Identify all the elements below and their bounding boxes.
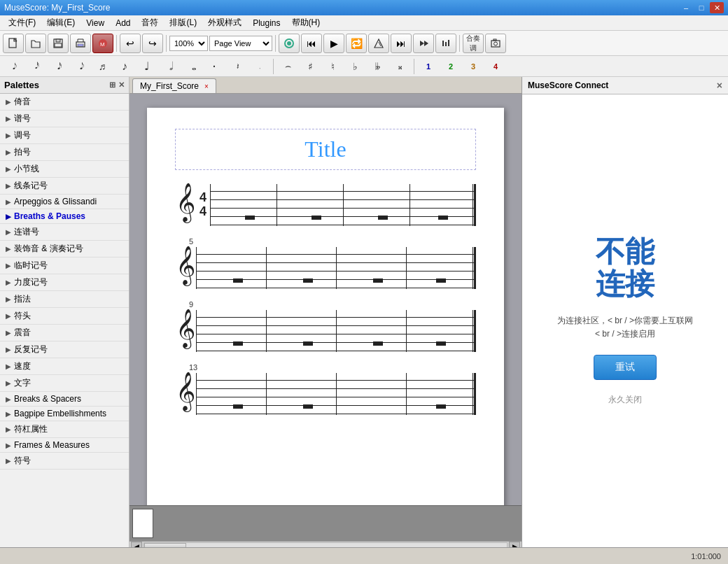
palette-item-beam[interactable]: ▶符杠属性 bbox=[0, 421, 129, 438]
menu-style[interactable]: 外观样式 bbox=[202, 15, 247, 30]
doublesharp-btn[interactable]: 𝄪 bbox=[390, 57, 410, 76]
new-button[interactable] bbox=[3, 34, 24, 53]
palette-item-time[interactable]: ▶拍号 bbox=[0, 144, 129, 161]
voice4-btn[interactable]: 4 bbox=[486, 57, 505, 76]
score-scrollbar[interactable]: ◀ ▶ bbox=[130, 541, 522, 547]
scroll-right[interactable]: ▶ bbox=[509, 542, 520, 547]
rest-btn[interactable]: 𝄽 bbox=[227, 57, 246, 76]
palette-add-icon[interactable]: ⊞ bbox=[109, 80, 115, 90]
key-change-button[interactable]: 合奏调 bbox=[463, 34, 484, 53]
whole-rest bbox=[303, 404, 313, 409]
augdot-btn[interactable]: 𝅭 bbox=[249, 57, 269, 76]
palette-item-dynamics[interactable]: ▶力度记号 bbox=[0, 274, 129, 291]
doubleflat-btn[interactable]: 𝄫 bbox=[368, 57, 387, 76]
menu-plugins[interactable]: Plugins bbox=[247, 17, 286, 29]
never-mind-link[interactable]: 永久关闭 bbox=[608, 394, 642, 406]
sharp-btn[interactable]: ♯ bbox=[300, 57, 320, 76]
voice2-btn[interactable]: 2 bbox=[441, 57, 461, 76]
tab-close-btn[interactable]: × bbox=[204, 83, 209, 90]
dur-16-btn[interactable]: ♬ bbox=[92, 57, 112, 76]
screenshot-button[interactable] bbox=[485, 34, 506, 53]
menu-file[interactable]: 文件(F) bbox=[3, 15, 41, 30]
undo-button[interactable]: ↩ bbox=[120, 34, 141, 53]
dur-64-btn[interactable]: 𝅘𝅥𝅯 bbox=[48, 57, 67, 76]
palette-item-breaks[interactable]: ▶Breaks & Spacers bbox=[0, 392, 129, 407]
dur-4-btn[interactable]: ♩ bbox=[137, 57, 157, 76]
dur-2-btn[interactable]: 𝅗𝅥 bbox=[160, 57, 179, 76]
staff-system-4: 13 𝄞 bbox=[175, 373, 476, 415]
separator4 bbox=[459, 35, 460, 52]
scroll-thumb[interactable] bbox=[144, 543, 186, 547]
flat-btn[interactable]: ♭ bbox=[345, 57, 365, 76]
dur-8-btn[interactable]: ♪ bbox=[115, 57, 134, 76]
menu-edit[interactable]: 编辑(E) bbox=[41, 15, 80, 30]
rewind-button[interactable]: ⏭ bbox=[391, 34, 412, 53]
palette-item-noteheads[interactable]: ▶符头 bbox=[0, 308, 129, 325]
minimize-button[interactable]: – bbox=[679, 2, 693, 13]
start-button[interactable]: ⏮ bbox=[301, 34, 322, 53]
palette-close-icon[interactable]: ✕ bbox=[118, 80, 125, 90]
whole-rest bbox=[233, 341, 243, 346]
dur-1-btn[interactable]: 𝅝 bbox=[182, 57, 202, 76]
palette-item-breaths[interactable]: ▶Breaths & Pauses bbox=[0, 209, 129, 224]
menu-note[interactable]: 音符 bbox=[136, 15, 164, 30]
palette-item-tremolo[interactable]: ▶震音 bbox=[0, 325, 129, 341]
score-tab[interactable]: My_First_Score × bbox=[132, 78, 216, 93]
final-barline bbox=[472, 184, 476, 226]
palette-item-key[interactable]: ▶调号 bbox=[0, 127, 129, 144]
voice1-btn[interactable]: 1 bbox=[419, 57, 438, 76]
palette-item-bagpipe[interactable]: ▶Bagpipe Embellishments bbox=[0, 407, 129, 421]
natural-btn[interactable]: ♮ bbox=[323, 57, 342, 76]
palette-item-text[interactable]: ▶文字 bbox=[0, 375, 129, 392]
dotted-btn[interactable]: · bbox=[204, 57, 224, 76]
menu-layout[interactable]: 排版(L) bbox=[164, 15, 202, 30]
palette-item-clef[interactable]: ▶谱号 bbox=[0, 111, 129, 127]
palette-item-tempo[interactable]: ▶速度 bbox=[0, 358, 129, 375]
voice3-btn[interactable]: 3 bbox=[463, 57, 483, 76]
palette-item-accidentals[interactable]: ▶临时记号 bbox=[0, 258, 129, 274]
menu-help[interactable]: 帮助(H) bbox=[286, 15, 326, 30]
barline bbox=[266, 310, 267, 352]
close-button[interactable]: ✕ bbox=[710, 2, 724, 13]
dur-32-btn[interactable]: 𝅘𝅥𝅮 bbox=[70, 57, 90, 76]
palette-item-symbols[interactable]: ▶符号 bbox=[0, 453, 129, 470]
palette-item-repeats[interactable]: ▶反复记号 bbox=[0, 341, 129, 358]
play-button[interactable]: ▶ bbox=[323, 34, 344, 53]
connect-close-btn[interactable]: × bbox=[717, 80, 722, 91]
metronome-button[interactable] bbox=[368, 34, 389, 53]
palette-item-arpeggios[interactable]: ▶Arpeggios & Glissandi bbox=[0, 195, 129, 209]
palette-item-grace[interactable]: ▶倚音 bbox=[0, 94, 129, 111]
palette-item-frames[interactable]: ▶Frames & Measures bbox=[0, 438, 129, 453]
palette-item-brackets[interactable]: ▶连谱号 bbox=[0, 224, 129, 241]
dur-128-btn[interactable]: 𝅘𝅥𝅰 bbox=[25, 57, 45, 76]
fastfwd-button[interactable] bbox=[413, 34, 434, 53]
loop-button[interactable]: 🔁 bbox=[346, 34, 367, 53]
redo-button[interactable]: ↪ bbox=[142, 34, 163, 53]
mixer2-button[interactable] bbox=[435, 34, 456, 53]
treble-clef-1: 𝄞 bbox=[175, 181, 196, 223]
scroll-track[interactable] bbox=[144, 542, 507, 547]
scroll-left[interactable]: ◀ bbox=[131, 542, 142, 547]
measures-3 bbox=[196, 310, 476, 352]
open-button[interactable] bbox=[25, 34, 46, 53]
grace-note-btn[interactable]: 𝅘𝅥𝅮 bbox=[3, 57, 22, 76]
zoom-select[interactable]: 100%75%125%150% bbox=[169, 36, 208, 51]
print-button[interactable] bbox=[70, 34, 91, 53]
retry-button[interactable]: 重试 bbox=[594, 355, 657, 380]
score-title-area: Title bbox=[175, 129, 476, 170]
menu-add[interactable]: Add bbox=[110, 17, 136, 29]
palette-item-ornaments[interactable]: ▶装饰音 & 演奏记号 bbox=[0, 241, 129, 258]
palette-item-barline[interactable]: ▶小节线 bbox=[0, 161, 129, 178]
palette-item-lines[interactable]: ▶线条记号 bbox=[0, 178, 129, 195]
staff-row-4: 𝄞 bbox=[175, 373, 476, 415]
tie-btn[interactable]: ⌢ bbox=[278, 57, 298, 76]
view-select[interactable]: Page ViewContinuous View bbox=[209, 36, 272, 51]
mixer-button[interactable]: M bbox=[92, 34, 113, 53]
whole-rest bbox=[436, 341, 446, 346]
menu-view[interactable]: View bbox=[80, 17, 110, 29]
maximize-button[interactable]: □ bbox=[694, 2, 708, 13]
save-button[interactable] bbox=[48, 34, 69, 53]
sound-button[interactable] bbox=[279, 34, 300, 53]
score-canvas[interactable]: Title 𝄞 44 bbox=[130, 94, 522, 505]
palette-item-fingering[interactable]: ▶指法 bbox=[0, 291, 129, 308]
